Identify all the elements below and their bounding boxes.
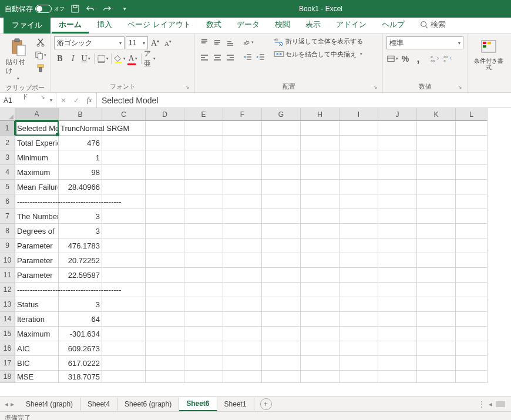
cell-B14[interactable]: 64 (59, 312, 102, 327)
cell-C5[interactable] (102, 180, 146, 194)
cell-J11[interactable] (378, 268, 417, 283)
copy-icon[interactable] (35, 49, 46, 61)
row-header-1[interactable]: 1 (0, 121, 15, 136)
cell-A17[interactable]: BIC (15, 356, 59, 371)
add-sheet-button[interactable]: + (260, 398, 272, 410)
cell-K8[interactable] (417, 224, 456, 238)
col-header-L[interactable]: L (456, 108, 488, 121)
cancel-formula-icon[interactable]: ✕ (59, 96, 68, 105)
row-header-14[interactable]: 14 (0, 312, 15, 327)
cell-K11[interactable] (417, 268, 456, 283)
accounting-format-icon[interactable] (386, 53, 398, 65)
phonetic-icon[interactable]: ア亜 (144, 53, 156, 65)
cell-G14[interactable] (262, 312, 301, 327)
cell-J5[interactable] (378, 180, 417, 194)
cell-A5[interactable]: Mean Failure (15, 180, 59, 194)
cell-I10[interactable] (339, 253, 378, 268)
cell-K9[interactable] (417, 238, 456, 253)
cell-C11[interactable] (102, 268, 146, 283)
increase-font-icon[interactable]: A▴ (149, 37, 161, 49)
cell-F9[interactable] (223, 238, 262, 253)
cell-L1[interactable] (456, 121, 488, 136)
cell-K12[interactable] (417, 283, 456, 297)
cell-L5[interactable] (456, 180, 488, 194)
col-header-C[interactable]: C (102, 108, 146, 121)
insert-function-icon[interactable]: fx (85, 96, 94, 105)
cell-F5[interactable] (223, 180, 262, 194)
hscroll-track[interactable] (496, 401, 505, 407)
cell-E5[interactable] (184, 180, 223, 194)
cell-D3[interactable] (146, 150, 184, 165)
cell-C9[interactable] (102, 238, 146, 253)
cell-K15[interactable] (417, 327, 456, 341)
cell-I1[interactable] (339, 121, 378, 136)
cell-B15[interactable]: -301.634 (59, 327, 102, 341)
cell-G6[interactable] (262, 194, 301, 209)
row-header-10[interactable]: 10 (0, 253, 15, 268)
row-header-3[interactable]: 3 (0, 150, 15, 165)
cell-L15[interactable] (456, 327, 488, 341)
cell-G15[interactable] (262, 327, 301, 341)
cell-L10[interactable] (456, 253, 488, 268)
cell-A9[interactable]: Parameter (15, 238, 59, 253)
cell-K3[interactable] (417, 150, 456, 165)
cell-F15[interactable] (223, 327, 262, 341)
cell-G10[interactable] (262, 253, 301, 268)
cell-A18[interactable]: MSE (15, 371, 59, 383)
cell-C17[interactable] (102, 356, 146, 371)
cell-B9[interactable]: 476.1783 (59, 238, 102, 253)
cell-G5[interactable] (262, 180, 301, 194)
tab-pagelayout[interactable]: ページ レイアウト (120, 16, 198, 33)
cell-I8[interactable] (339, 224, 378, 238)
cell-I18[interactable] (339, 371, 378, 383)
cell-F6[interactable] (223, 194, 262, 209)
cell-J10[interactable] (378, 253, 417, 268)
underline-button[interactable]: U (80, 53, 92, 65)
cell-C16[interactable] (102, 341, 146, 356)
cell-H2[interactable] (301, 136, 339, 150)
col-header-H[interactable]: H (301, 108, 339, 121)
sheet-nav-prev-icon[interactable]: ◂ (5, 400, 8, 408)
cell-D6[interactable] (146, 194, 184, 209)
cell-F17[interactable] (223, 356, 262, 371)
cell-B2[interactable]: 476 (59, 136, 102, 150)
cell-C7[interactable] (102, 209, 146, 224)
cell-G4[interactable] (262, 165, 301, 180)
save-icon[interactable] (69, 3, 81, 15)
sheet-nav-next-icon[interactable]: ▸ (11, 400, 14, 408)
cell-E17[interactable] (184, 356, 223, 371)
align-left-icon[interactable] (199, 52, 210, 63)
cell-A3[interactable]: Minimum (15, 150, 59, 165)
clipboard-launcher-icon[interactable]: ↘ (41, 94, 45, 100)
cell-G13[interactable] (262, 297, 301, 312)
cell-E12[interactable] (184, 283, 223, 297)
cell-I15[interactable] (339, 327, 378, 341)
cell-H13[interactable] (301, 297, 339, 312)
cell-C2[interactable] (102, 136, 146, 150)
number-launcher-icon[interactable]: ↘ (458, 84, 462, 90)
increase-indent-icon[interactable] (255, 52, 267, 63)
decrease-decimal-icon[interactable]: .00.0 (442, 53, 453, 65)
cell-K2[interactable] (417, 136, 456, 150)
cell-L17[interactable] (456, 356, 488, 371)
cell-B18[interactable]: 318.7075 (59, 371, 102, 383)
cell-H6[interactable] (301, 194, 339, 209)
cell-A7[interactable]: The Number (15, 209, 59, 224)
enter-formula-icon[interactable]: ✓ (72, 96, 81, 105)
cell-G3[interactable] (262, 150, 301, 165)
cell-E2[interactable] (184, 136, 223, 150)
cell-J16[interactable] (378, 341, 417, 356)
row-header-5[interactable]: 5 (0, 180, 15, 194)
wrap-text-button[interactable]: ab 折り返して全体を表示する (274, 36, 363, 46)
cell-J12[interactable] (378, 283, 417, 297)
cell-L18[interactable] (456, 371, 488, 383)
cell-A8[interactable]: Degrees of (15, 224, 59, 238)
cell-L6[interactable] (456, 194, 488, 209)
cell-H14[interactable] (301, 312, 339, 327)
cell-K18[interactable] (417, 371, 456, 383)
cell-J13[interactable] (378, 297, 417, 312)
cell-B16[interactable]: 609.2673 (59, 341, 102, 356)
cell-I7[interactable] (339, 209, 378, 224)
cell-K5[interactable] (417, 180, 456, 194)
align-middle-icon[interactable] (211, 36, 223, 48)
